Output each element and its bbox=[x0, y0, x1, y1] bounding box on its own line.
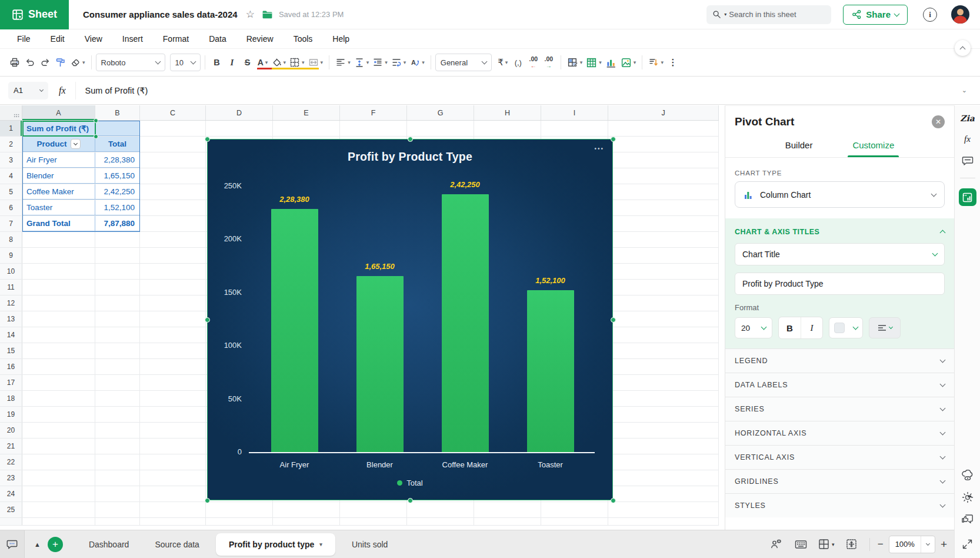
share-button[interactable]: Share bbox=[843, 5, 908, 25]
column-header-I[interactable]: I bbox=[541, 105, 608, 120]
comments-icon[interactable] bbox=[962, 155, 974, 167]
vertical-align-button[interactable]: ▾ bbox=[352, 54, 371, 71]
menu-review[interactable]: Review bbox=[236, 34, 284, 44]
selection-handle-dot[interactable] bbox=[94, 118, 98, 123]
image-button[interactable]: ▾ bbox=[619, 54, 638, 71]
cell[interactable] bbox=[474, 121, 541, 136]
chart-selection-handle[interactable] bbox=[408, 498, 413, 503]
cell[interactable] bbox=[95, 423, 140, 438]
cell[interactable]: Coffee Maker bbox=[22, 184, 95, 200]
cell[interactable] bbox=[608, 454, 719, 470]
chart-selection-handle[interactable] bbox=[205, 137, 210, 142]
cell[interactable] bbox=[541, 502, 608, 517]
cell[interactable] bbox=[140, 391, 206, 406]
cell[interactable] bbox=[140, 423, 206, 438]
cell[interactable] bbox=[273, 121, 340, 136]
cell[interactable] bbox=[95, 343, 140, 358]
cell[interactable] bbox=[140, 184, 206, 200]
row-header-25[interactable]: 25 bbox=[0, 502, 22, 517]
info-icon[interactable]: i bbox=[923, 8, 937, 22]
sort-button[interactable]: ▾ bbox=[646, 54, 665, 71]
cell[interactable] bbox=[95, 391, 140, 406]
cell[interactable] bbox=[273, 518, 340, 525]
cell[interactable] bbox=[541, 518, 608, 525]
cell[interactable] bbox=[140, 518, 206, 525]
spreadsheet-grid[interactable]: ABCDEFGHIJ 1Sum of Profit (₹)2ProductTot… bbox=[0, 105, 719, 530]
cell[interactable] bbox=[608, 216, 719, 231]
cell[interactable] bbox=[95, 454, 140, 470]
chart-selection-handle[interactable] bbox=[205, 498, 210, 503]
cell[interactable] bbox=[608, 359, 719, 374]
row-header-16[interactable]: 16 bbox=[0, 359, 22, 374]
row-header-26[interactable] bbox=[0, 518, 22, 525]
cell[interactable] bbox=[608, 295, 719, 311]
table-button[interactable]: ▾ bbox=[584, 54, 604, 71]
cell[interactable] bbox=[407, 502, 474, 517]
cell[interactable] bbox=[22, 423, 95, 438]
cell[interactable] bbox=[22, 264, 95, 279]
menu-view[interactable]: View bbox=[75, 34, 112, 44]
row-header-21[interactable]: 21 bbox=[0, 439, 22, 454]
row-header-12[interactable]: 12 bbox=[0, 295, 22, 311]
cell[interactable] bbox=[474, 518, 541, 525]
clear-format-button[interactable]: ▾ bbox=[68, 54, 87, 71]
image-chevron[interactable]: ▾ bbox=[634, 59, 636, 65]
row-header-22[interactable]: 22 bbox=[0, 454, 22, 470]
menu-insert[interactable]: Insert bbox=[112, 34, 153, 44]
cell[interactable] bbox=[608, 327, 719, 343]
cell[interactable] bbox=[140, 152, 206, 168]
close-panel-button[interactable]: ✕ bbox=[932, 115, 945, 128]
cell[interactable] bbox=[95, 518, 140, 525]
cell[interactable] bbox=[140, 264, 206, 279]
cell[interactable] bbox=[140, 327, 206, 343]
row-header-14[interactable]: 14 bbox=[0, 327, 22, 343]
chart-bar-coffee-maker[interactable] bbox=[442, 194, 489, 452]
row-header-1[interactable]: 1 bbox=[0, 121, 22, 136]
toolbar-more-button[interactable]: ⋮ bbox=[665, 54, 681, 71]
cell[interactable] bbox=[95, 280, 140, 295]
cell[interactable] bbox=[22, 327, 95, 343]
borders-chevron[interactable]: ▾ bbox=[302, 59, 305, 65]
document-title[interactable]: Consumer appliance sales data-2024 bbox=[83, 9, 238, 19]
cell[interactable] bbox=[22, 232, 95, 247]
cell[interactable] bbox=[95, 407, 140, 422]
fill-color-button[interactable]: ▾ bbox=[271, 54, 288, 71]
row-header-15[interactable]: 15 bbox=[0, 343, 22, 358]
merge-cells-chevron[interactable]: ▾ bbox=[321, 59, 324, 65]
cell[interactable] bbox=[608, 137, 719, 152]
cell[interactable] bbox=[608, 121, 719, 136]
cell[interactable] bbox=[95, 502, 140, 517]
column-header-A[interactable]: A bbox=[22, 105, 95, 120]
cell[interactable] bbox=[608, 232, 719, 247]
sheet-tab-source-data[interactable]: Source data bbox=[142, 530, 212, 558]
chart-button[interactable] bbox=[604, 54, 619, 71]
section-vertical-axis[interactable]: VERTICAL AXIS bbox=[725, 445, 954, 469]
cell[interactable] bbox=[140, 407, 206, 422]
title-bold-button[interactable]: B bbox=[779, 317, 801, 338]
zoom-in-button[interactable]: + bbox=[941, 538, 947, 551]
title-italic-button[interactable]: I bbox=[801, 317, 822, 338]
cell[interactable] bbox=[95, 439, 140, 454]
vertical-align-chevron[interactable]: ▾ bbox=[366, 59, 369, 65]
cell[interactable]: Air Fryer bbox=[22, 152, 95, 168]
comma-format-button[interactable]: (,) bbox=[511, 54, 526, 71]
cell[interactable]: 2,42,250 bbox=[95, 184, 140, 200]
row-header-3[interactable]: 3 bbox=[0, 152, 22, 168]
cell-A2[interactable]: Product bbox=[22, 137, 95, 152]
format-painter-button[interactable] bbox=[53, 54, 68, 71]
cell[interactable] bbox=[22, 470, 95, 486]
cell[interactable]: Blender bbox=[22, 168, 95, 184]
chart-selection-handle[interactable] bbox=[408, 137, 413, 142]
text-rotate-button[interactable]: A▾ bbox=[408, 54, 426, 71]
cell[interactable] bbox=[95, 486, 140, 501]
cell[interactable] bbox=[608, 375, 719, 390]
bold-button[interactable]: B bbox=[209, 54, 225, 71]
row-header-11[interactable]: 11 bbox=[0, 280, 22, 295]
cell[interactable] bbox=[608, 184, 719, 200]
chart-type-select[interactable]: Column Chart bbox=[735, 181, 945, 208]
sheet-list-button[interactable]: ▲ bbox=[34, 541, 41, 548]
cell[interactable] bbox=[140, 137, 206, 152]
cell[interactable] bbox=[140, 439, 206, 454]
cell[interactable] bbox=[22, 280, 95, 295]
row-header-23[interactable]: 23 bbox=[0, 470, 22, 486]
